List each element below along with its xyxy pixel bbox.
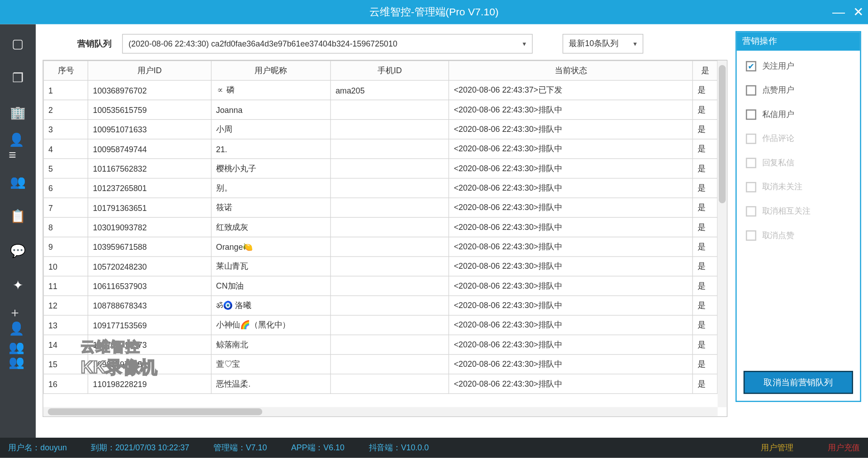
cell-uid: 109786713973 (88, 335, 211, 354)
col-seq[interactable]: 序号 (43, 61, 88, 80)
group-icon[interactable]: 👥 (9, 173, 27, 192)
status-expire: 到期：2021/07/03 10:22:37 (91, 443, 189, 453)
table-row[interactable]: 11106116537903CN加油<2020-08-06 22:43:30>排… (43, 276, 717, 295)
window-title: 云维智控-管理端(Pro V7.10) (369, 5, 499, 19)
cell-seq: 12 (43, 296, 88, 315)
cell-seq: 6 (43, 178, 88, 198)
checkbox-icon (746, 134, 756, 144)
sidebar: ▢ ❐ 🏢 👤≡ 👥 📋 💬 ✦ ＋👤 👥👥 (0, 24, 36, 438)
table-row[interactable]: 1100368976702∝ 磷ama205<2020-08-06 22:43:… (43, 80, 717, 100)
chk-dm-user[interactable]: 私信用户 (746, 109, 851, 120)
cell-uid: 100958749744 (88, 139, 211, 159)
cell-phone (330, 374, 449, 393)
cell-uid: 103959671588 (88, 237, 211, 257)
cell-phone (330, 100, 449, 119)
cell-flag: 是 (693, 257, 717, 276)
cell-phone (330, 120, 449, 139)
table-row[interactable]: 14109786713973鲸落南北<2020-08-06 22:43:30>排… (43, 335, 717, 354)
close-icon[interactable]: ✕ (853, 6, 863, 19)
app-window: 云维智控-管理端(Pro V7.10) — ✕ ▢ ❐ 🏢 👤≡ 👥 📋 💬 ✦… (0, 0, 868, 458)
cell-uid: 110198228219 (88, 374, 211, 393)
cell-status: <2020-08-06 22:43:30>排队中 (449, 237, 693, 257)
table-row[interactable]: 15109817974454萱♡宝<2020-08-06 22:43:30>排队… (43, 355, 717, 374)
table-row[interactable]: 10105720248230莱山青瓦<2020-08-06 22:43:30>排… (43, 257, 717, 276)
table-row[interactable]: 7101791363651筱诺<2020-08-06 22:43:30>排队中是 (43, 198, 717, 217)
table-row[interactable]: 410095874974421.<2020-08-06 22:43:30>排队中… (43, 139, 717, 159)
cell-flag: 是 (693, 237, 717, 257)
chat-icon[interactable]: 💬 (9, 242, 27, 261)
crowd-icon[interactable]: 👥👥 (9, 346, 27, 364)
cursor-spark-icon[interactable]: ✦ (9, 276, 27, 295)
link-user-recharge[interactable]: 用户充值 (828, 443, 860, 453)
recent-select[interactable]: 最新10条队列 ▾ (562, 34, 643, 53)
table-row[interactable]: 9103959671588Orange🍋<2020-08-06 22:43:30… (43, 237, 717, 257)
scroll-thumb-y[interactable] (719, 65, 726, 203)
table-row[interactable]: 12108788678343ॐ🧿 洛曦<2020-08-06 22:43:30>… (43, 296, 717, 315)
cell-status: <2020-08-06 22:43:30>排队中 (449, 139, 693, 159)
cell-seq: 11 (43, 276, 88, 295)
col-nick[interactable]: 用户昵称 (211, 61, 330, 80)
cell-flag: 是 (693, 217, 717, 237)
cell-flag: 是 (693, 335, 717, 354)
cell-seq: 8 (43, 217, 88, 237)
clipboard-icon[interactable]: 📋 (9, 207, 27, 226)
building-icon[interactable]: 🏢 (9, 104, 27, 122)
cell-nick: 别。 (211, 178, 330, 198)
cell-nick: CN加油 (211, 276, 330, 295)
col-uid[interactable]: 用户ID (88, 61, 211, 80)
table-row[interactable]: 13109177153569小神仙🌈（黑化中）<2020-08-06 22:43… (43, 315, 717, 335)
cell-phone (330, 217, 449, 237)
cell-status: <2020-08-06 22:43:30>排队中 (449, 335, 693, 354)
vertical-scrollbar[interactable] (717, 61, 726, 407)
scroll-thumb-x[interactable] (48, 408, 262, 415)
statusbar: 用户名：douyun 到期：2021/07/03 10:22:37 管理端：V7… (0, 438, 868, 458)
titlebar: 云维智控-管理端(Pro V7.10) — ✕ (0, 0, 868, 24)
table-row[interactable]: 2100535615759Joanna<2020-08-06 22:43:30>… (43, 100, 717, 119)
copy-icon[interactable]: ❐ (9, 69, 27, 88)
device-icon[interactable]: ▢ (9, 35, 27, 53)
user-list-icon[interactable]: 👤≡ (9, 138, 27, 157)
table-row[interactable]: 5101167562832樱桃小丸子<2020-08-06 22:43:30>排… (43, 159, 717, 178)
queue-select[interactable]: (2020-08-06 22:43:30) ca2fd0fae36a4d3e97… (122, 34, 533, 53)
table-row[interactable]: 3100951071633小周<2020-08-06 22:43:30>排队中是 (43, 120, 717, 139)
checkbox-icon (746, 109, 756, 120)
col-status[interactable]: 当前状态 (449, 61, 693, 80)
cell-flag: 是 (693, 80, 717, 100)
chk-follow-user[interactable]: ✔关注用户 (746, 61, 851, 71)
chk-like-user[interactable]: 点赞用户 (746, 85, 851, 96)
cell-status: <2020-08-06 22:43:30>排队中 (449, 276, 693, 295)
checkbox-icon (746, 158, 756, 168)
cancel-queue-button[interactable]: 取消当前营销队列 (744, 371, 853, 394)
chk-comment: 作品评论 (746, 134, 851, 144)
cell-seq: 10 (43, 257, 88, 276)
cell-status: <2020-08-06 22:43:30>排队中 (449, 257, 693, 276)
cell-uid: 101237265801 (88, 178, 211, 198)
add-user-icon[interactable]: ＋👤 (9, 311, 27, 330)
window-controls: — ✕ (832, 0, 863, 24)
table-row[interactable]: 16110198228219恶性温柔.<2020-08-06 22:43:30>… (43, 374, 717, 393)
recent-select-value: 最新10条队列 (569, 38, 618, 49)
cell-seq: 14 (43, 335, 88, 354)
table-row[interactable]: 8103019093782红致成灰<2020-08-06 22:43:30>排队… (43, 217, 717, 237)
cell-status: <2020-08-06 22:43:30>排队中 (449, 355, 693, 374)
link-user-mgmt[interactable]: 用户管理 (761, 443, 793, 453)
cell-flag: 是 (693, 374, 717, 393)
horizontal-scrollbar[interactable] (43, 407, 718, 416)
cell-seq: 3 (43, 120, 88, 139)
minimize-icon[interactable]: — (832, 6, 845, 19)
cell-phone: ama205 (330, 80, 449, 100)
cell-seq: 16 (43, 374, 88, 393)
col-flag[interactable]: 是 (693, 61, 717, 80)
cell-status: <2020-08-06 22:43:30>排队中 (449, 178, 693, 198)
cell-nick: 筱诺 (211, 198, 330, 217)
cell-seq: 5 (43, 159, 88, 178)
cell-status: <2020-08-06 22:43:30>排队中 (449, 217, 693, 237)
table-row[interactable]: 6101237265801别。<2020-08-06 22:43:30>排队中是 (43, 178, 717, 198)
col-phone[interactable]: 手机ID (330, 61, 449, 80)
main-area: 营销队列 (2020-08-06 22:43:30) ca2fd0fae36a4… (42, 31, 727, 438)
cell-flag: 是 (693, 159, 717, 178)
queue-select-value: (2020-08-06 22:43:30) ca2fd0fae36a4d3e97… (128, 39, 397, 48)
cell-status: <2020-08-06 22:43:30>排队中 (449, 374, 693, 393)
cell-flag: 是 (693, 315, 717, 335)
chk-cancel-mutual: 取消相互关注 (746, 206, 851, 216)
